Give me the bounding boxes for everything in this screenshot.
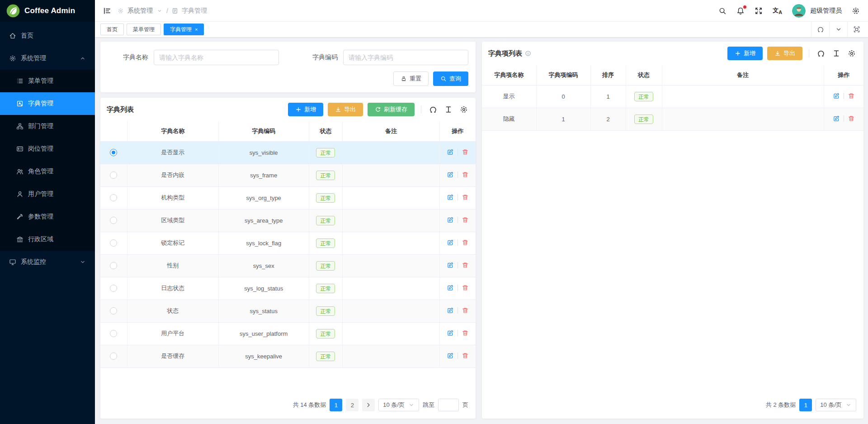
delete-icon[interactable] bbox=[848, 115, 855, 122]
sidebar-item-home[interactable]: 首页 bbox=[0, 24, 95, 47]
edit-icon[interactable] bbox=[447, 148, 454, 156]
page-button-1[interactable]: 1 bbox=[330, 399, 342, 411]
table-row[interactable]: 是否内嵌 sys_frame 正常 bbox=[100, 164, 476, 186]
row-height-icon[interactable] bbox=[831, 49, 842, 57]
delete-icon[interactable] bbox=[462, 307, 469, 314]
row-radio[interactable] bbox=[110, 307, 117, 314]
menu-fold-icon[interactable] bbox=[103, 7, 111, 15]
table-row[interactable]: 锁定标记 sys_lock_flag 正常 bbox=[100, 232, 476, 254]
table-row[interactable]: 日志状态 sys_log_status 正常 bbox=[100, 277, 476, 300]
tab-dict-mgmt[interactable]: 字典管理× bbox=[164, 24, 204, 35]
document-icon bbox=[172, 8, 178, 14]
row-radio[interactable] bbox=[110, 194, 117, 201]
sidebar-item-dept-mgmt[interactable]: 部门管理 bbox=[0, 115, 95, 138]
row-height-icon[interactable] bbox=[443, 105, 454, 114]
sidebar-group-monitor[interactable]: 系统监控 bbox=[0, 251, 95, 273]
delete-icon[interactable] bbox=[462, 171, 469, 178]
row-radio[interactable] bbox=[110, 149, 117, 156]
tab-close-icon[interactable]: × bbox=[195, 27, 198, 32]
table-row[interactable]: 隐藏 1 2 正常 bbox=[482, 108, 863, 130]
fullscreen-icon[interactable] bbox=[755, 7, 763, 15]
logo[interactable]: Coffee Admin bbox=[0, 0, 95, 22]
sidebar-group-system[interactable]: 系统管理 bbox=[0, 47, 95, 70]
page-button-1[interactable]: 1 bbox=[799, 399, 812, 411]
sidebar-item-menu-mgmt[interactable]: 菜单管理 bbox=[0, 70, 95, 92]
edit-icon[interactable] bbox=[447, 171, 454, 178]
notification-bell-icon[interactable] bbox=[736, 7, 745, 15]
row-radio[interactable] bbox=[110, 217, 117, 224]
avatar[interactable] bbox=[792, 4, 806, 18]
row-radio[interactable] bbox=[110, 353, 117, 360]
edit-icon[interactable] bbox=[447, 194, 454, 201]
page-size-select[interactable]: 10 条/页 bbox=[378, 399, 419, 411]
sidebar-item-param-mgmt[interactable]: 参数管理 bbox=[0, 205, 95, 228]
search-card: 字典名称 字典编码 重置 bbox=[100, 42, 476, 92]
breadcrumb-parent[interactable]: 系统管理 bbox=[127, 7, 153, 15]
sidebar-item-dict-mgmt[interactable]: 字典管理 bbox=[0, 92, 95, 115]
edit-icon[interactable] bbox=[447, 307, 454, 314]
page-button-2[interactable]: 2 bbox=[346, 399, 359, 411]
next-page-button[interactable] bbox=[362, 399, 375, 411]
delete-icon[interactable] bbox=[462, 216, 469, 224]
dict-name-input[interactable] bbox=[154, 50, 279, 65]
table-row[interactable]: 用户平台 sys_user_platform 正常 bbox=[100, 322, 476, 345]
refresh-cache-button[interactable]: 刷新缓存 bbox=[368, 103, 415, 116]
column-settings-icon[interactable] bbox=[458, 105, 469, 114]
tab-menu-mgmt[interactable]: 菜单管理 bbox=[127, 24, 161, 35]
item-add-button[interactable]: 新增 bbox=[727, 47, 763, 60]
delete-icon[interactable] bbox=[848, 92, 855, 100]
delete-icon[interactable] bbox=[462, 284, 469, 291]
sidebar-item-post-mgmt[interactable]: 岗位管理 bbox=[0, 138, 95, 160]
row-radio[interactable] bbox=[110, 330, 117, 337]
column-settings-icon[interactable] bbox=[846, 49, 857, 57]
item-export-button[interactable]: 导出 bbox=[767, 47, 802, 60]
edit-icon[interactable] bbox=[447, 239, 454, 246]
delete-icon[interactable] bbox=[462, 239, 469, 246]
table-row[interactable]: 是否缓存 sys_keepalive 正常 bbox=[100, 345, 476, 367]
table-row[interactable]: 性别 sys_sex 正常 bbox=[100, 254, 476, 277]
dict-item-card: 字典项列表 新增 导出 bbox=[482, 42, 863, 419]
refresh-cache-label: 刷新缓存 bbox=[384, 105, 407, 114]
query-button[interactable]: 查询 bbox=[433, 71, 468, 86]
row-radio[interactable] bbox=[110, 262, 117, 269]
dict-code-input[interactable] bbox=[343, 50, 468, 65]
tab-dropdown-icon[interactable] bbox=[829, 22, 847, 37]
table-row[interactable]: 显示 0 1 正常 bbox=[482, 85, 863, 108]
sidebar-item-region[interactable]: 行政区域 bbox=[0, 228, 95, 251]
edit-icon[interactable] bbox=[833, 115, 840, 122]
search-icon[interactable] bbox=[718, 7, 726, 15]
delete-icon[interactable] bbox=[462, 194, 469, 201]
delete-icon[interactable] bbox=[462, 262, 469, 269]
edit-icon[interactable] bbox=[447, 352, 454, 359]
delete-icon[interactable] bbox=[462, 329, 469, 337]
maximize-icon[interactable] bbox=[847, 22, 865, 37]
row-radio[interactable] bbox=[110, 172, 117, 179]
row-radio[interactable] bbox=[110, 239, 117, 247]
table-refresh-icon[interactable] bbox=[816, 49, 826, 57]
refresh-page-icon[interactable] bbox=[811, 22, 829, 37]
delete-icon[interactable] bbox=[462, 148, 469, 156]
jump-page-input[interactable] bbox=[438, 399, 459, 411]
edit-icon[interactable] bbox=[447, 216, 454, 224]
table-row[interactable]: 机构类型 sys_org_type 正常 bbox=[100, 186, 476, 209]
edit-icon[interactable] bbox=[833, 92, 840, 100]
reset-button[interactable]: 重置 bbox=[393, 71, 429, 86]
table-refresh-icon[interactable] bbox=[428, 105, 439, 114]
delete-icon[interactable] bbox=[462, 352, 469, 359]
page-size-select[interactable]: 10 条/页 bbox=[816, 399, 856, 411]
dict-add-button[interactable]: 新增 bbox=[288, 103, 323, 116]
translate-icon[interactable]: 文A bbox=[773, 6, 782, 15]
settings-gear-icon[interactable] bbox=[852, 7, 860, 15]
sidebar-item-role-mgmt[interactable]: 角色管理 bbox=[0, 160, 95, 183]
table-row[interactable]: 区域类型 sys_area_type 正常 bbox=[100, 209, 476, 232]
user-name[interactable]: 超级管理员 bbox=[810, 7, 842, 15]
table-row[interactable]: 是否显示 sys_visible 正常 bbox=[100, 141, 476, 164]
dict-export-button[interactable]: 导出 bbox=[328, 103, 363, 116]
edit-icon[interactable] bbox=[447, 262, 454, 269]
edit-icon[interactable] bbox=[447, 284, 454, 291]
sidebar-item-user-mgmt[interactable]: 用户管理 bbox=[0, 183, 95, 205]
tab-home[interactable]: 首页 bbox=[100, 24, 124, 35]
edit-icon[interactable] bbox=[447, 329, 454, 337]
row-radio[interactable] bbox=[110, 285, 117, 292]
table-row[interactable]: 状态 sys_status 正常 bbox=[100, 300, 476, 322]
